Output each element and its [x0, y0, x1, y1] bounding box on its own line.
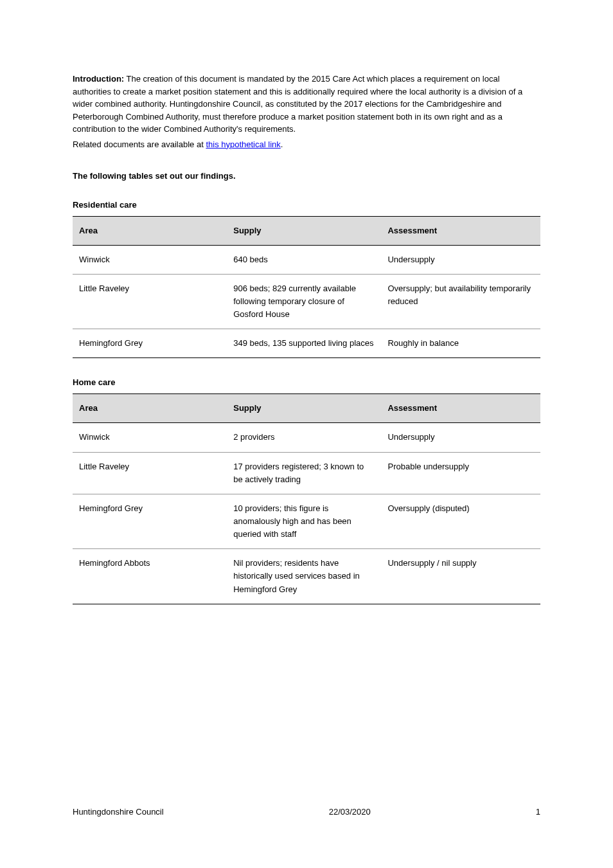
col-assessment: Assessment	[381, 216, 540, 245]
footer-right: 1	[536, 807, 540, 817]
cell-area: Hemingford Grey	[73, 494, 227, 548]
table-row: Hemingford Grey 349 beds, 135 supported …	[73, 329, 540, 358]
residential-table: Area Supply Assessment Winwick 640 beds …	[73, 216, 540, 359]
cell-supply: 640 beds	[227, 245, 381, 274]
cell-area: Little Raveley	[73, 274, 227, 329]
cell-area: Hemingford Abbots	[73, 549, 227, 604]
table-header-row: Area Supply Assessment	[73, 394, 540, 423]
cell-assessment: Undersupply	[381, 245, 540, 274]
col-supply: Supply	[227, 394, 381, 423]
home-care-label: Home care	[73, 377, 540, 387]
col-supply: Supply	[227, 216, 381, 245]
page-footer: Huntingdonshire Council 22/03/2020 1	[73, 807, 540, 817]
related-documents: Related documents are available at this …	[73, 140, 540, 149]
table-row: Hemingford Abbots Nil providers; residen…	[73, 549, 540, 604]
table-row: Winwick 2 providers Undersupply	[73, 423, 540, 452]
table-row: Winwick 640 beds Undersupply	[73, 245, 540, 274]
related-prefix: Related documents are available at	[73, 140, 206, 149]
cell-assessment: Oversupply (disputed)	[381, 494, 540, 548]
cell-supply: 17 providers registered; 3 known to be a…	[227, 452, 381, 494]
summary-caption: The following tables set out our finding…	[73, 171, 540, 181]
intro-paragraph: Introduction: The creation of this docum…	[73, 73, 540, 136]
home-care-table: Area Supply Assessment Winwick 2 provide…	[73, 393, 540, 604]
col-area: Area	[73, 216, 227, 245]
cell-supply: 2 providers	[227, 423, 381, 452]
table-header-row: Area Supply Assessment	[73, 216, 540, 245]
cell-area: Winwick	[73, 423, 227, 452]
cell-supply: Nil providers; residents have historical…	[227, 549, 381, 604]
residential-label: Residential care	[73, 200, 540, 210]
col-area: Area	[73, 394, 227, 423]
cell-assessment: Probable undersupply	[381, 452, 540, 494]
table-row: Little Raveley 17 providers registered; …	[73, 452, 540, 494]
footer-left: Huntingdonshire Council	[73, 807, 164, 817]
cell-assessment: Undersupply / nil supply	[381, 549, 540, 604]
related-link[interactable]: this hypothetical link	[206, 140, 280, 149]
cell-area: Winwick	[73, 245, 227, 274]
cell-supply: 349 beds, 135 supported living places	[227, 329, 381, 358]
related-suffix: .	[281, 140, 283, 149]
cell-area: Hemingford Grey	[73, 329, 227, 358]
footer-center: 22/03/2020	[329, 807, 371, 817]
cell-supply: 10 providers; this figure is anomalously…	[227, 494, 381, 548]
intro-text: The creation of this document is mandate…	[73, 74, 522, 134]
table-row: Hemingford Grey 10 providers; this figur…	[73, 494, 540, 548]
intro-title: Introduction:	[73, 74, 124, 84]
cell-assessment: Oversupply; but availability temporarily…	[381, 274, 540, 329]
page: Introduction: The creation of this docum…	[0, 0, 613, 868]
cell-area: Little Raveley	[73, 452, 227, 494]
cell-assessment: Roughly in balance	[381, 329, 540, 358]
col-assessment: Assessment	[381, 394, 540, 423]
cell-assessment: Undersupply	[381, 423, 540, 452]
table-row: Little Raveley 906 beds; 829 currently a…	[73, 274, 540, 329]
cell-supply: 906 beds; 829 currently available follow…	[227, 274, 381, 329]
